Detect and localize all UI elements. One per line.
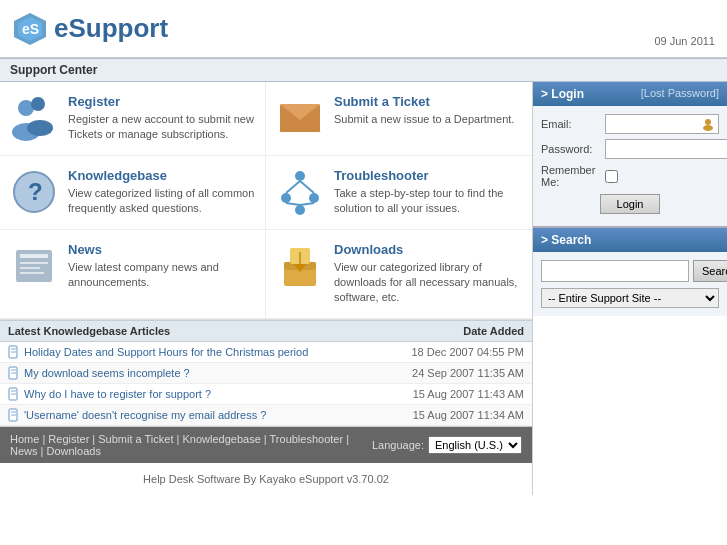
search-title: > Search	[541, 233, 591, 247]
language-dropdown[interactable]: English (U.S.)	[428, 436, 522, 454]
svg-point-4	[31, 97, 45, 111]
news-desc: View latest company news and announcemen…	[68, 260, 255, 291]
language-label: Language:	[372, 439, 424, 451]
downloads-title[interactable]: Downloads	[334, 242, 522, 257]
footer-link-downloads[interactable]: Downloads	[47, 445, 101, 457]
document-icon	[8, 408, 20, 422]
register-info: Register Register a new account to submi…	[68, 94, 255, 143]
kb-date: 24 Sep 2007 11:35 AM	[412, 367, 524, 379]
remember-checkbox[interactable]	[605, 170, 618, 183]
troubleshooter-icon	[276, 168, 324, 216]
kb-title[interactable]: Knowledgebase	[68, 168, 255, 183]
ticket-icon	[276, 94, 324, 142]
login-form: Email: Password: Remember Me: Login	[533, 106, 727, 226]
document-icon	[8, 345, 20, 359]
email-input[interactable]	[609, 118, 699, 130]
password-row: Password:	[541, 139, 719, 159]
troubleshooter-title[interactable]: Troubleshooter	[334, 168, 522, 183]
svg-point-6	[27, 120, 53, 136]
troubleshooter-desc: Take a step-by-step tour to find the sol…	[334, 186, 522, 217]
kb-header-right: Date Added	[463, 325, 524, 337]
ticket-title[interactable]: Submit a Ticket	[334, 94, 514, 109]
date-text: 09 Jun 2011	[654, 35, 715, 49]
table-row: My download seems incomplete ? 24 Sep 20…	[0, 363, 532, 384]
news-info: News View latest company news and announ…	[68, 242, 255, 291]
email-row: Email:	[541, 114, 719, 134]
svg-point-43	[705, 119, 711, 125]
svg-point-14	[281, 193, 291, 203]
kb-date: 15 Aug 2007 11:34 AM	[413, 409, 524, 421]
search-form: Search -- Entire Support Site --	[533, 252, 727, 316]
svg-line-20	[300, 203, 314, 205]
svg-point-44	[703, 125, 713, 131]
svg-point-16	[295, 205, 305, 215]
password-input[interactable]	[605, 139, 727, 159]
register-desc: Register a new account to submit new Tic…	[68, 112, 255, 143]
kb-table-header: Latest Knowledgebase Articles Date Added	[0, 320, 532, 342]
main-layout: Register Register a new account to submi…	[0, 82, 727, 495]
search-button[interactable]: Search	[693, 260, 727, 282]
login-title: > Login	[541, 87, 584, 101]
content-area: Register Register a new account to submi…	[0, 82, 532, 495]
language-selector: Language: English (U.S.)	[372, 436, 522, 454]
svg-line-17	[286, 181, 300, 193]
kb-article-link[interactable]: 'Username' doesn't recognise my email ad…	[8, 408, 266, 422]
remember-row: Remember Me:	[541, 164, 719, 188]
kb-desc: View categorized listing of all common f…	[68, 186, 255, 217]
table-row: 'Username' doesn't recognise my email ad…	[0, 405, 532, 426]
search-input[interactable]	[541, 260, 689, 282]
news-icon	[10, 242, 58, 290]
register-icon	[10, 94, 58, 142]
svg-rect-24	[20, 267, 40, 269]
kb-article-link[interactable]: Why do I have to register for support ?	[8, 387, 211, 401]
footer-link-news[interactable]: News	[10, 445, 38, 457]
footer-links: Home | Register | Submit a Ticket | Know…	[10, 433, 372, 457]
email-label: Email:	[541, 118, 601, 130]
password-label: Password:	[541, 143, 601, 155]
knowledgebase-icon: ?	[10, 168, 58, 216]
table-row: Why do I have to register for support ? …	[0, 384, 532, 405]
kb-article-link[interactable]: Holiday Dates and Support Hours for the …	[8, 345, 308, 359]
footer-link-kb[interactable]: Knowledgebase	[182, 433, 260, 445]
logo-area: eS eSupport	[12, 11, 168, 47]
table-row: Holiday Dates and Support Hours for the …	[0, 342, 532, 363]
kb-info: Knowledgebase View categorized listing o…	[68, 168, 255, 217]
login-header: > Login [Lost Password]	[533, 82, 727, 106]
footer-link-register[interactable]: Register	[48, 433, 89, 445]
feature-submit-ticket: Submit a Ticket Submit a new issue to a …	[266, 82, 532, 156]
kb-article-link[interactable]: My download seems incomplete ?	[8, 366, 190, 380]
ticket-info: Submit a Ticket Submit a new issue to a …	[334, 94, 514, 127]
downloads-info: Downloads View our categorized library o…	[334, 242, 522, 306]
search-input-row: Search	[541, 260, 719, 282]
kb-section: Latest Knowledgebase Articles Date Added…	[0, 320, 532, 427]
login-button[interactable]: Login	[600, 194, 660, 214]
search-scope-dropdown[interactable]: -- Entire Support Site --	[541, 288, 719, 308]
ticket-desc: Submit a new issue to a Department.	[334, 112, 514, 127]
news-title[interactable]: News	[68, 242, 255, 257]
svg-line-18	[300, 181, 314, 193]
search-box: > Search Search -- Entire Support Site -…	[533, 228, 727, 316]
logo-text: eSupport	[54, 13, 168, 44]
feature-troubleshooter: Troubleshooter Take a step-by-step tour …	[266, 156, 532, 230]
troubleshooter-info: Troubleshooter Take a step-by-step tour …	[334, 168, 522, 217]
credits-text: Help Desk Software By Kayako eSupport v3…	[143, 473, 389, 485]
support-bar: Support Center	[0, 58, 727, 82]
feature-register: Register Register a new account to submi…	[0, 82, 266, 156]
register-title[interactable]: Register	[68, 94, 255, 109]
footer-link-troubleshooter[interactable]: Troubleshooter	[270, 433, 344, 445]
feature-news: News View latest company news and announ…	[0, 230, 266, 319]
kb-date: 18 Dec 2007 04:55 PM	[411, 346, 524, 358]
footer-link-ticket[interactable]: Submit a Ticket	[98, 433, 173, 445]
document-icon	[8, 387, 20, 401]
footer-nav: Home | Register | Submit a Ticket | Know…	[0, 427, 532, 463]
email-input-wrapper	[605, 114, 719, 134]
search-header: > Search	[533, 228, 727, 252]
kb-header-left: Latest Knowledgebase Articles	[8, 325, 170, 337]
support-bar-label: Support Center	[10, 63, 97, 77]
lost-password-link[interactable]: [Lost Password]	[641, 87, 719, 101]
header: eS eSupport 09 Jun 2011	[0, 0, 727, 58]
document-icon	[8, 366, 20, 380]
downloads-icon	[276, 242, 324, 290]
footer-link-home[interactable]: Home	[10, 433, 39, 445]
svg-text:eS: eS	[22, 21, 39, 37]
